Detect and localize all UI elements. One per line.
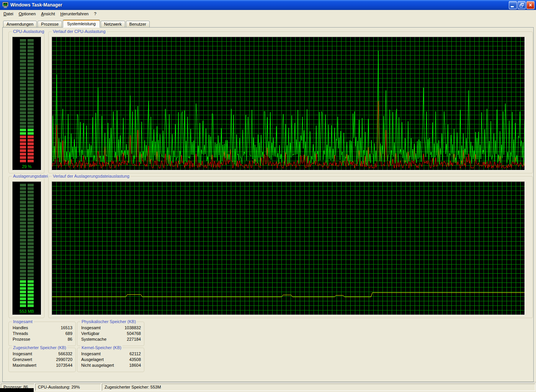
stat-value: 566332 xyxy=(58,351,72,357)
kernel-memory-rows: Insgesamt62112Ausgelagert43508Nicht ausg… xyxy=(81,351,141,370)
stat-row: Maximalwert1073544 xyxy=(13,363,72,368)
led-segment xyxy=(20,53,34,56)
led-segment xyxy=(20,142,34,145)
stat-value: 689 xyxy=(65,331,72,336)
tab-benutzer[interactable]: Benutzer xyxy=(126,21,150,28)
led-segment xyxy=(20,111,34,114)
cpu-history-group: Verlauf der CPU-Auslastung xyxy=(48,31,533,173)
cpu-history-screen xyxy=(52,37,525,170)
cpu-history-group-title: Verlauf der CPU-Auslastung xyxy=(52,29,107,34)
stat-value: 18604 xyxy=(129,363,141,368)
stat-row: Nicht ausgelagert18604 xyxy=(81,363,141,368)
tab-systemleistung[interactable]: Systemleistung xyxy=(63,20,100,28)
maximize-button[interactable] xyxy=(518,1,526,9)
stat-label: Handles xyxy=(13,325,28,331)
menu-herunterfahren[interactable]: Herunterfahren xyxy=(57,10,91,17)
led-segment xyxy=(20,87,34,90)
led-segment xyxy=(20,160,34,162)
led-segment xyxy=(20,77,34,80)
restore-icon xyxy=(520,3,524,7)
led-segment xyxy=(20,122,34,124)
led-segment xyxy=(20,249,34,252)
led-segment xyxy=(20,277,34,279)
stat-label: Insgesamt xyxy=(81,325,101,331)
stat-value: 43508 xyxy=(129,357,141,363)
led-segment xyxy=(20,115,34,118)
stat-value: 62112 xyxy=(129,351,141,357)
led-segment xyxy=(20,198,34,200)
led-segment xyxy=(20,70,34,73)
totals-group: Insgesamt Handles16513Threads689Prozesse… xyxy=(8,322,76,346)
stat-label: Maximalwert xyxy=(13,363,36,368)
led-segment xyxy=(20,246,34,248)
led-segment xyxy=(20,156,34,159)
close-button[interactable]: × xyxy=(526,1,534,9)
led-segment xyxy=(20,280,34,283)
pagefile-history-group-title: Verlauf der Auslagerungsdateiauslastung xyxy=(52,174,131,178)
app-icon xyxy=(2,2,8,8)
stat-row: Systemcache227184 xyxy=(81,336,141,342)
task-manager-window: Windows Task-Manager × DateiOptionenAnsi… xyxy=(0,0,536,392)
led-segment xyxy=(20,294,34,297)
led-segment xyxy=(20,229,34,231)
minimize-icon xyxy=(511,6,514,7)
led-segment xyxy=(20,101,34,104)
led-segment xyxy=(20,232,34,235)
led-segment xyxy=(20,225,34,228)
minimize-button[interactable] xyxy=(509,1,517,9)
led-segment xyxy=(20,287,34,290)
led-segment xyxy=(20,191,34,193)
cpu-usage-group: CPU-Auslastung 29 % xyxy=(8,31,44,173)
stat-label: Threads xyxy=(13,331,28,336)
close-icon: × xyxy=(527,2,534,9)
totals-group-title: Insgesamt xyxy=(12,319,34,324)
led-segment xyxy=(20,194,34,197)
tab-netzwerk[interactable]: Netzwerk xyxy=(101,21,125,28)
status-commit-charge: Zugesicherter Speicher: 553M xyxy=(102,384,535,391)
tab-anwendungen[interactable]: Anwendungen xyxy=(3,21,37,28)
led-segment xyxy=(20,253,34,255)
led-segment xyxy=(20,63,34,66)
led-segment xyxy=(20,132,34,135)
led-segment xyxy=(20,91,34,93)
led-segment xyxy=(20,84,34,87)
stat-row: Prozesse86 xyxy=(13,336,72,342)
menu-datei[interactable]: Datei xyxy=(1,10,16,17)
menu-optionen[interactable]: Optionen xyxy=(16,10,39,17)
led-segment xyxy=(20,187,34,190)
physical-memory-group-title: Physikalischer Speicher (KB) xyxy=(80,319,137,324)
led-segment xyxy=(20,266,34,269)
led-segment xyxy=(20,291,34,293)
stat-label: Ausgelagert xyxy=(81,357,104,363)
stat-row: Verfügbar504768 xyxy=(81,331,141,336)
cpu-usage-value: 29 % xyxy=(13,164,41,170)
led-segment xyxy=(20,67,34,69)
stat-row: Handles16513 xyxy=(13,325,72,331)
led-segment xyxy=(20,184,34,186)
led-segment xyxy=(20,146,34,149)
performance-tab-page: CPU-Auslastung 29 % Verlauf der CPU-Ausl… xyxy=(2,27,534,382)
led-segment xyxy=(20,211,34,214)
led-segment xyxy=(20,284,34,286)
window-title: Windows Task-Manager xyxy=(10,2,508,8)
tab-prozesse[interactable]: Prozesse xyxy=(38,21,62,28)
pagefile-history-screen xyxy=(52,181,525,315)
titlebar[interactable]: Windows Task-Manager × xyxy=(0,0,536,10)
led-segment xyxy=(20,149,34,152)
led-segment xyxy=(20,139,34,142)
stat-value: 16513 xyxy=(60,325,72,331)
led-segment xyxy=(20,46,34,49)
led-segment xyxy=(20,235,34,238)
led-segment xyxy=(20,301,34,304)
menu-hilfe[interactable]: ? xyxy=(91,10,99,17)
led-segment xyxy=(20,74,34,76)
stat-value: 227184 xyxy=(127,336,141,342)
menu-ansicht[interactable]: Ansicht xyxy=(38,10,57,17)
menubar: DateiOptionenAnsichtHerunterfahren? xyxy=(0,10,536,18)
physical-memory-group: Physikalischer Speicher (KB) Insgesamt10… xyxy=(77,322,144,346)
commit-charge-group: Zugesicherter Speicher (KB) Insgesamt566… xyxy=(8,348,76,372)
stat-label: Insgesamt xyxy=(81,351,101,357)
stat-row: Insgesamt566332 xyxy=(13,351,72,357)
led-segment xyxy=(20,136,34,138)
stat-label: Prozesse xyxy=(13,336,30,342)
